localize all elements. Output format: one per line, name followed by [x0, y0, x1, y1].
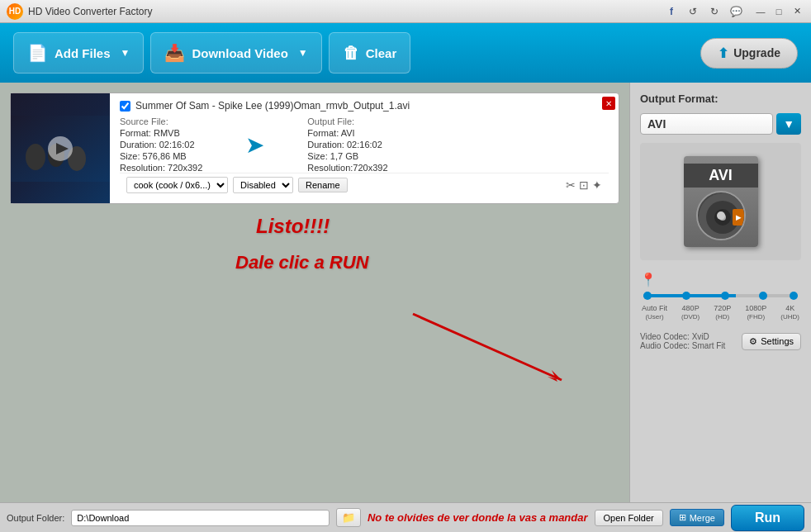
download-video-icon: 📥: [164, 43, 185, 63]
output-format-title: Output Format:: [640, 93, 801, 105]
facebook-icon[interactable]: f: [664, 5, 679, 18]
settings-button[interactable]: ⚙ Settings: [742, 333, 801, 350]
effects-icon[interactable]: ✦: [592, 178, 602, 192]
add-files-icon: 📄: [27, 43, 48, 63]
res-dot-2: [721, 292, 729, 300]
res-label-autofit: Auto Fit(User): [642, 304, 667, 321]
forward-icon[interactable]: ↻: [707, 5, 722, 18]
app-title: HD Video Converter Factory: [28, 6, 153, 17]
maximize-button[interactable]: □: [771, 5, 786, 18]
source-label: Source File:: [120, 116, 202, 126]
res-label-1080p: 1080P(FHD): [745, 304, 766, 321]
source-col: Source File: Format: RMVB Duration: 02:1…: [120, 116, 202, 173]
run-button[interactable]: Run: [731, 505, 804, 531]
file-details: Source File: Format: RMVB Duration: 02:1…: [120, 116, 609, 173]
add-files-label: Add Files: [55, 46, 111, 60]
file-thumbnail: [11, 93, 110, 203]
avi-icon-area: AVI ▶: [640, 143, 801, 260]
annotation-bottom: No te olvides de ver donde la vas a mand…: [368, 511, 588, 524]
output-resolution: Resolution:720x392: [307, 163, 387, 173]
output-label: Output File:: [307, 116, 387, 126]
upgrade-label: Upgrade: [733, 46, 780, 59]
file-info: Summer Of Sam - Spike Lee (1999)Oman_rmv…: [110, 93, 619, 203]
chat-icon[interactable]: 💬: [728, 5, 743, 18]
minimize-button[interactable]: —: [753, 5, 768, 18]
conversion-arrow: ➤: [235, 116, 274, 173]
svg-point-12: [719, 214, 726, 221]
crop-icon[interactable]: ⊡: [579, 178, 589, 192]
source-format: Format: RMVB: [120, 128, 202, 138]
svg-text:▶: ▶: [736, 214, 742, 221]
resolution-labels: Auto Fit(User) 480P(DVD) 720P(HD) 1080P(…: [640, 304, 801, 321]
output-folder-input[interactable]: [71, 510, 330, 526]
annotation-dale: Dale clic a RUN: [235, 252, 368, 273]
file-close-button[interactable]: ✕: [602, 97, 615, 110]
svg-marker-8: [548, 370, 562, 382]
merge-button[interactable]: ⊞ Merge: [670, 509, 724, 526]
svg-point-11: [714, 209, 731, 226]
file-checkbox[interactable]: [120, 101, 130, 112]
codec-settings-row: Video Codec: XviD Audio Codec: Smart Fit…: [640, 332, 801, 350]
right-panel: Output Format: AVI ▼ AVI ▶: [629, 83, 811, 502]
subtitle-select[interactable]: Disabled: [233, 177, 293, 193]
res-label-720p: 720P(HD): [714, 304, 731, 321]
rename-button[interactable]: Rename: [298, 178, 348, 192]
output-duration: Duration: 02:16:02: [307, 140, 387, 150]
resolution-area: 📍 Auto Fit(User) 480P(DVD) 720P(HD) 1080…: [640, 268, 801, 324]
settings-label: Settings: [761, 336, 794, 346]
res-dot-3: [759, 292, 767, 300]
close-button[interactable]: ✕: [790, 5, 804, 18]
codec-info: Video Codec: XviD Audio Codec: Smart Fit: [640, 332, 725, 350]
clear-button[interactable]: 🗑 Clear: [329, 32, 411, 74]
merge-icon: ⊞: [679, 512, 686, 523]
title-bar: HD HD Video Converter Factory f ↺ ↻ 💬 — …: [0, 0, 811, 23]
res-label-480p: 480P(DVD): [681, 304, 700, 321]
output-folder-label: Output Folder:: [7, 513, 64, 523]
location-icon: 📍: [640, 272, 657, 287]
res-dot-1: [682, 292, 690, 300]
resolution-slider-track: [643, 294, 798, 297]
file-bottom-controls: cook (cook / 0x6...) Disabled Rename ✂ ⊡…: [120, 173, 609, 197]
open-folder-button[interactable]: Open Folder: [595, 510, 663, 526]
svg-line-7: [413, 314, 562, 380]
bottom-bar: Output Folder: 📁 No te olvides de ver do…: [0, 502, 811, 532]
folder-browse-button[interactable]: 📁: [336, 508, 361, 527]
trim-icon[interactable]: ✂: [566, 178, 576, 192]
res-label-4k: 4K(UHD): [780, 304, 799, 321]
source-duration: Duration: 02:16:02: [120, 140, 202, 150]
file-title-row: Summer Of Sam - Spike Lee (1999)Oman_rmv…: [120, 100, 609, 112]
add-files-button[interactable]: 📄 Add Files ▼: [13, 32, 144, 74]
svg-point-2: [26, 144, 45, 170]
title-bar-controls: f ↺ ↻ 💬 — □ ✕: [664, 5, 804, 18]
output-format: Format: AVI: [307, 128, 387, 138]
file-item: ✕: [10, 93, 619, 204]
file-title-text: Summer Of Sam - Spike Lee (1999)Oman_rmv…: [135, 100, 410, 112]
res-dot-4: [790, 292, 798, 300]
upgrade-arrow-icon: ⬆: [718, 45, 728, 61]
disc-image: ▶: [698, 192, 746, 240]
output-size: Size: 1,7 GB: [307, 151, 387, 161]
main-area: ✕: [0, 83, 811, 502]
download-video-label: Download Video: [192, 46, 287, 60]
rewind-icon[interactable]: ↺: [685, 5, 700, 18]
audio-track-select[interactable]: cook (cook / 0x6...): [126, 177, 228, 193]
audio-codec: Audio Codec: Smart Fit: [640, 341, 725, 350]
video-codec: Video Codec: XviD: [640, 332, 725, 341]
res-dot-0: [643, 292, 652, 300]
format-display: AVI: [640, 113, 773, 135]
source-size: Size: 576,86 MB: [120, 151, 202, 161]
avi-format-icon: AVI ▶: [684, 156, 758, 247]
annotation-listo: Listo!!!!: [256, 215, 330, 238]
content-area: ✕: [0, 83, 629, 502]
output-col: Output File: Format: AVI Duration: 02:16…: [307, 116, 387, 173]
upgrade-button[interactable]: ⬆ Upgrade: [700, 38, 798, 69]
merge-label: Merge: [690, 513, 715, 523]
thumbnail-image: [11, 93, 110, 203]
app-logo: HD: [7, 3, 23, 20]
format-dropdown-button[interactable]: ▼: [776, 113, 801, 135]
file-action-icons: ✂ ⊡ ✦: [566, 178, 602, 192]
toolbar: 📄 Add Files ▼ 📥 Download Video ▼ 🗑 Clear…: [0, 23, 811, 83]
source-resolution: Resolution: 720x392: [120, 163, 202, 173]
download-video-button[interactable]: 📥 Download Video ▼: [150, 32, 321, 74]
disc-icon: ▶: [696, 191, 746, 240]
